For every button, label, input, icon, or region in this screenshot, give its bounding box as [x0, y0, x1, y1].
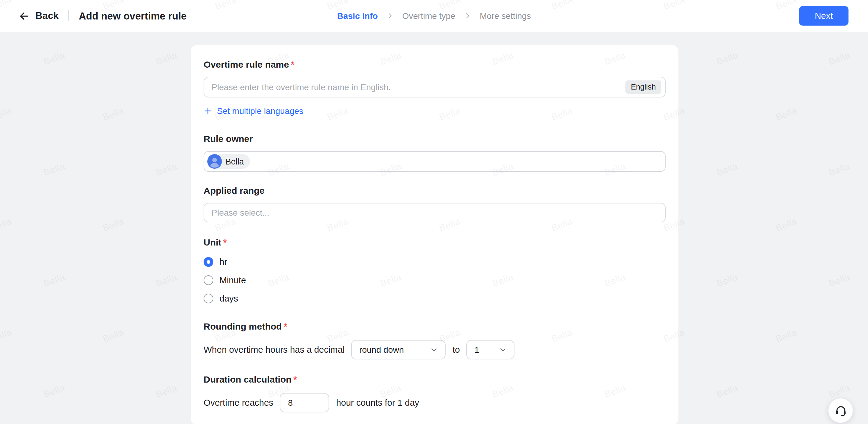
back-button[interactable]: Back [18, 10, 59, 22]
rounding-precision-select[interactable]: 1 [467, 340, 515, 359]
back-arrow-icon [18, 10, 30, 22]
rounding-prefix-text: When overtime hours has a decimal [204, 345, 345, 355]
required-asterisk: * [291, 59, 294, 69]
step-more-settings[interactable]: More settings [480, 11, 531, 21]
language-badge: English [625, 80, 661, 94]
page-body: Overtime rule name* English Set multiple… [0, 32, 868, 424]
set-multiple-languages-link[interactable]: Set multiple languages [204, 106, 303, 116]
rule-name-label: Overtime rule name* [204, 59, 665, 69]
rule-owner-label: Rule owner [204, 133, 665, 144]
rounding-connector-text: to [453, 345, 460, 355]
step-basic-info[interactable]: Basic info [337, 11, 378, 21]
duration-prefix-text: Overtime reaches [204, 398, 273, 407]
duration-row: Overtime reaches hour counts for 1 day [204, 393, 665, 413]
page-title: Add new overtime rule [79, 10, 187, 22]
rounding-method-label: Rounding method* [204, 321, 665, 331]
unit-option-hr[interactable]: hr [204, 255, 665, 269]
unit-option-minute[interactable]: Minute [204, 273, 665, 287]
headset-icon [834, 404, 847, 417]
rounding-method-select[interactable]: round down [351, 340, 446, 359]
topbar-divider [69, 10, 69, 21]
next-button[interactable]: Next [799, 6, 848, 26]
step-overtime-type[interactable]: Overtime type [402, 11, 455, 21]
duration-calculation-label: Duration calculation* [204, 374, 665, 384]
unit-label: Unit* [204, 237, 665, 247]
topbar: Back Add new overtime rule Basic info Ov… [0, 0, 868, 32]
duration-hours-input[interactable] [280, 393, 330, 413]
applied-range-select[interactable] [212, 208, 658, 218]
unit-radio-group: hr Minute days [204, 255, 665, 305]
stepper: Basic info Overtime type More settings [337, 0, 531, 32]
back-label: Back [35, 10, 59, 21]
rule-name-input-wrap: English [204, 77, 665, 97]
rule-owner-input[interactable]: Bella [204, 151, 665, 172]
duration-suffix-text: hour counts for 1 day [336, 398, 419, 407]
required-asterisk: * [223, 237, 227, 247]
chevron-right-icon [464, 12, 471, 20]
owner-tag-name: Bella [225, 157, 244, 166]
chevron-down-icon [499, 346, 507, 353]
radio-unselected-icon [204, 294, 213, 303]
avatar [207, 154, 222, 169]
help-button[interactable] [828, 398, 853, 423]
form-card: Overtime rule name* English Set multiple… [191, 45, 678, 424]
chevron-down-icon [431, 346, 438, 353]
applied-range-select-wrap [204, 203, 665, 222]
applied-range-label: Applied range [204, 185, 665, 196]
rounding-method-row: When overtime hours has a decimal round … [204, 340, 665, 359]
radio-selected-icon [204, 257, 213, 267]
owner-tag[interactable]: Bella [207, 154, 250, 169]
rule-name-input[interactable] [212, 82, 621, 92]
required-asterisk: * [293, 374, 297, 384]
radio-unselected-icon [204, 275, 213, 285]
required-asterisk: * [284, 321, 287, 331]
plus-icon [204, 107, 212, 115]
chevron-right-icon [386, 12, 394, 20]
unit-option-days[interactable]: days [204, 292, 665, 305]
app-window: Back Add new overtime rule Basic info Ov… [0, 0, 868, 424]
